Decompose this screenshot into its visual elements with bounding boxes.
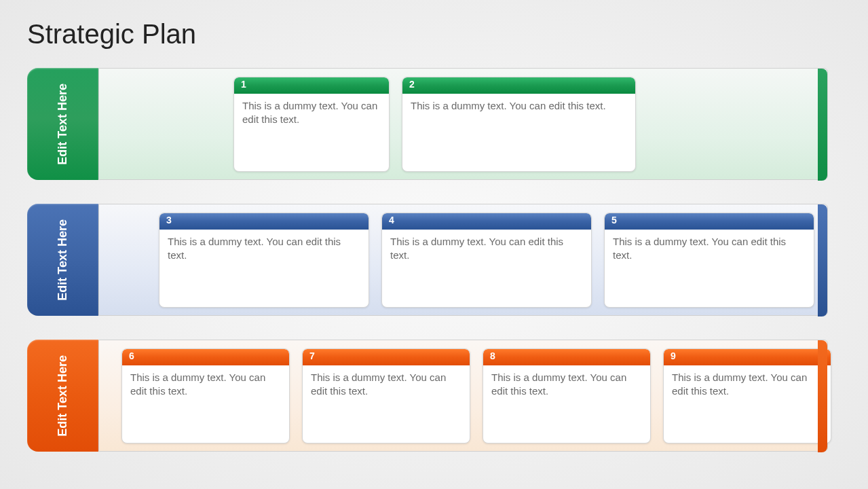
card-4-body: This is a dummy text. You can edit this … (382, 230, 591, 307)
card-8[interactable]: 8 This is a dummy text. You can edit thi… (483, 348, 651, 443)
card-2-head: 2 (402, 77, 635, 94)
tab-green[interactable]: Edit Text Here (27, 68, 98, 180)
strip-green (818, 69, 827, 181)
card-5-body: This is a dummy text. You can edit this … (605, 230, 814, 307)
card-3-head: 3 (159, 213, 369, 230)
card-7-body: This is a dummy text. You can edit this … (303, 365, 470, 443)
card-6[interactable]: 6 This is a dummy text. You can edit thi… (121, 348, 290, 443)
card-1-body: This is a dummy text. You can edit this … (234, 94, 389, 171)
strip-orange (818, 340, 827, 452)
card-5-head: 5 (605, 213, 814, 230)
card-3-body: This is a dummy text. You can edit this … (159, 230, 369, 307)
card-8-head: 8 (483, 349, 650, 365)
card-6-body: This is a dummy text. You can edit this … (122, 365, 289, 443)
lane-orange: 6 This is a dummy text. You can edit thi… (98, 340, 828, 452)
tab-blue[interactable]: Edit Text Here (27, 204, 98, 316)
card-2-body: This is a dummy text. You can edit this … (402, 94, 635, 171)
tab-green-label: Edit Text Here (55, 84, 71, 165)
tab-orange-label: Edit Text Here (55, 355, 71, 437)
card-9-body: This is a dummy text. You can edit this … (664, 365, 831, 443)
lane-blue: 3 This is a dummy text. You can edit thi… (98, 204, 828, 316)
tab-blue-label: Edit Text Here (55, 219, 71, 301)
card-7[interactable]: 7 This is a dummy text. You can edit thi… (302, 348, 470, 443)
card-4-head: 4 (382, 213, 591, 230)
lane-green: 1 This is a dummy text. You can edit thi… (98, 68, 828, 180)
card-2[interactable]: 2 This is a dummy text. You can edit thi… (402, 77, 636, 172)
strip-blue (818, 204, 827, 316)
row-blue: Edit Text Here 3 This is a dummy text. Y… (27, 204, 842, 316)
card-5[interactable]: 5 This is a dummy text. You can edit thi… (604, 213, 814, 308)
card-1-head: 1 (234, 77, 389, 94)
row-orange: Edit Text Here 6 This is a dummy text. Y… (27, 340, 842, 452)
card-3[interactable]: 3 This is a dummy text. You can edit thi… (159, 213, 369, 308)
card-4[interactable]: 4 This is a dummy text. You can edit thi… (381, 213, 592, 308)
page-title: Strategic Plan (27, 19, 196, 50)
card-8-body: This is a dummy text. You can edit this … (483, 365, 650, 443)
card-6-head: 6 (122, 349, 289, 365)
card-1[interactable]: 1 This is a dummy text. You can edit thi… (233, 77, 390, 172)
row-green: Edit Text Here 1 This is a dummy text. Y… (27, 68, 842, 180)
card-9[interactable]: 9 This is a dummy text. You can edit thi… (663, 348, 831, 443)
tab-orange[interactable]: Edit Text Here (27, 340, 98, 452)
card-9-head: 9 (664, 349, 831, 365)
card-7-head: 7 (303, 349, 470, 365)
